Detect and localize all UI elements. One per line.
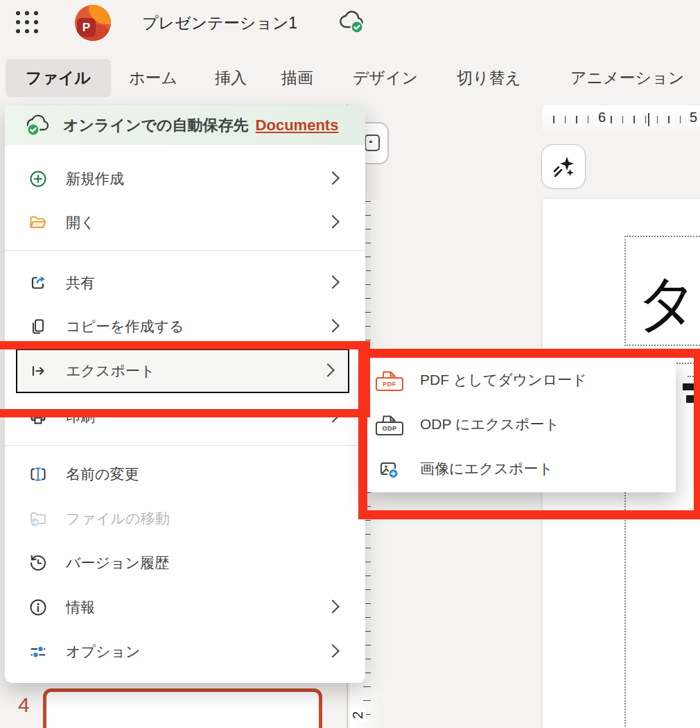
cloud-check-icon	[24, 113, 53, 138]
chevron-right-icon	[321, 363, 335, 377]
menu-item-label: 名前の変更	[66, 465, 139, 484]
menu-item-label: 共有	[66, 273, 95, 293]
menu-item-label: オプション	[66, 642, 140, 661]
share-icon	[28, 273, 48, 293]
odp-badge: ODP	[376, 422, 403, 435]
ruler-number: 2	[350, 709, 366, 722]
tab-draw[interactable]: 描画	[281, 59, 313, 97]
submenu-item-export-image[interactable]: 画像にエクスポート	[367, 447, 676, 491]
menu-item-make-copy[interactable]: コピーを作成する	[5, 304, 365, 348]
menu-item-label: エクスポート	[66, 361, 155, 381]
designer-sparkle-button[interactable]	[541, 144, 586, 189]
document-title[interactable]: プレゼンテーション1	[142, 12, 297, 34]
menu-item-version-history[interactable]: バージョン履歴	[5, 541, 365, 584]
menu-item-label: ファイルの移動	[66, 509, 169, 528]
autosave-banner: オンラインでの自動保存先 Documents	[5, 105, 365, 145]
menu-item-open[interactable]: 開く	[5, 200, 365, 244]
tab-design[interactable]: デザイン	[353, 59, 418, 97]
menu-item-label: 印刷	[66, 407, 95, 426]
menu-item-options[interactable]: オプション	[5, 630, 365, 673]
submenu-item-label: 画像にエクスポート	[420, 459, 553, 478]
ruler-number: 5	[687, 110, 700, 125]
slide-title-text[interactable]: タイトル	[636, 262, 700, 345]
slide-thumbnail-selected[interactable]	[43, 688, 322, 728]
copy-icon	[28, 317, 48, 336]
powerpoint-logo-icon[interactable]: P	[75, 5, 111, 41]
chevron-right-icon	[326, 318, 340, 332]
menu-item-new[interactable]: 新規作成	[5, 157, 365, 200]
menu-item-label: 開く	[66, 213, 96, 232]
autosave-location-link[interactable]: Documents	[256, 116, 339, 135]
menu-item-rename[interactable]: 名前の変更	[5, 452, 365, 496]
menu-separator	[5, 250, 365, 251]
slide-text-fragment	[686, 395, 700, 403]
printer-icon	[28, 407, 48, 426]
menu-item-label: バージョン履歴	[66, 553, 169, 573]
submenu-item-export-odp[interactable]: ODP ODP にエクスポート	[367, 402, 676, 447]
menu-item-info[interactable]: 情報	[5, 585, 365, 629]
slide-text-fragment	[683, 383, 700, 390]
slide-thumbnail-number: 4	[18, 693, 30, 717]
menu-item-move-file: ファイルの移動	[5, 496, 365, 540]
tab-insert[interactable]: 挿入	[215, 59, 247, 97]
autosave-banner-text: オンラインでの自動保存先	[63, 115, 249, 136]
history-icon	[28, 553, 48, 573]
add-circle-icon	[28, 169, 48, 189]
chevron-right-icon	[326, 171, 340, 184]
export-submenu: PDF PDF としてダウンロード ODP ODP にエクスポート 画像にエクス…	[367, 358, 676, 492]
folder-open-icon	[28, 213, 48, 232]
rename-icon	[28, 465, 48, 484]
menu-item-label: 新規作成	[66, 169, 124, 189]
odp-file-icon: ODP	[378, 414, 399, 435]
file-menu: オンラインでの自動保存先 Documents 新規作成 開く	[5, 105, 365, 683]
cloud-check-icon[interactable]	[338, 9, 367, 37]
slide-body-placeholder-edge	[688, 376, 700, 377]
menu-item-export[interactable]: エクスポート	[16, 349, 349, 393]
app-launcher-button[interactable]	[14, 9, 40, 35]
submenu-item-label: PDF としてダウンロード	[420, 370, 587, 390]
chevron-right-icon	[326, 599, 340, 613]
info-icon	[28, 598, 48, 617]
ruler-number: 6	[595, 110, 609, 125]
shape-icon	[365, 135, 380, 151]
menu-separator	[5, 445, 365, 446]
menu-item-label: 情報	[66, 598, 95, 617]
tab-transitions[interactable]: 切り替え	[457, 59, 521, 97]
chevron-right-icon	[326, 275, 340, 288]
sparkle-icon	[551, 154, 576, 179]
chevron-right-icon	[326, 643, 340, 657]
options-sliders-icon	[28, 642, 48, 661]
pdf-badge: PDF	[376, 377, 403, 391]
submenu-item-download-pdf[interactable]: PDF PDF としてダウンロード	[367, 358, 676, 402]
tab-home[interactable]: ホーム	[129, 59, 177, 97]
pdf-file-icon: PDF	[378, 370, 399, 390]
chevron-right-icon	[326, 408, 340, 422]
submenu-item-label: ODP にエクスポート	[420, 415, 559, 434]
export-arrow-icon	[28, 361, 48, 381]
horizontal-ruler: 6 5	[543, 105, 700, 133]
tab-file[interactable]: ファイル	[6, 59, 111, 97]
move-folder-icon	[28, 509, 48, 528]
menu-item-print[interactable]: 印刷	[5, 395, 365, 438]
menu-item-label: コピーを作成する	[66, 317, 184, 336]
menu-item-share[interactable]: 共有	[5, 261, 365, 304]
chevron-right-icon	[326, 214, 340, 228]
tab-animations[interactable]: アニメーション	[570, 59, 684, 97]
image-export-icon	[378, 458, 399, 479]
